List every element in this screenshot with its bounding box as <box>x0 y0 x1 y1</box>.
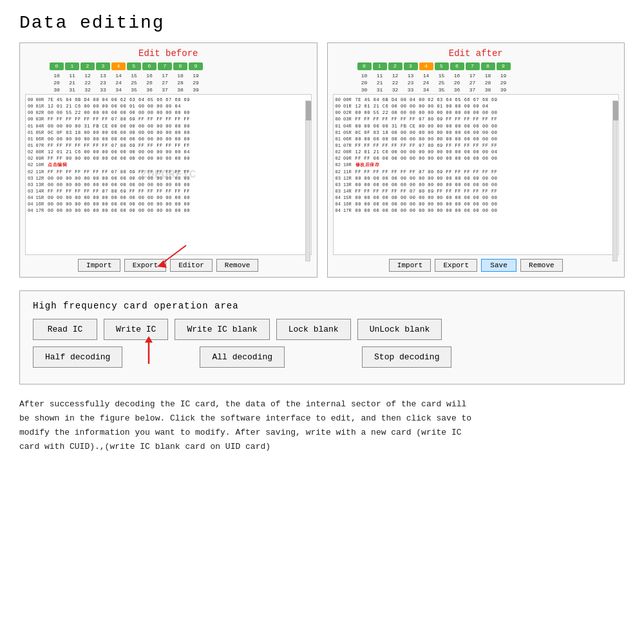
panel-left-label: Edit before <box>25 48 312 59</box>
panel-right-label: Edit after <box>333 48 620 59</box>
col-9: 9 <box>189 62 203 70</box>
col-8: 8 <box>173 62 187 70</box>
read-ic-button[interactable]: Read IC <box>33 319 97 340</box>
hex-row2-right: 202122 232425 26272829 <box>333 80 620 86</box>
description-text: After successfully decoding the IC card,… <box>19 397 625 454</box>
col-0: 0 <box>50 62 64 70</box>
all-decoding-button[interactable]: All decoding <box>200 346 285 368</box>
hex-header-right: 0 1 2 3 4 5 6 7 8 9 <box>333 62 620 70</box>
rcol-2: 2 <box>388 62 402 70</box>
lock-blank-button[interactable]: Lock blank <box>276 319 351 340</box>
half-decoding-button[interactable]: Half decoding <box>33 346 122 368</box>
col-5: 5 <box>127 62 141 70</box>
panel-right-buttons: Import Export Save Remove <box>333 259 620 272</box>
main-title: Data editing <box>19 13 625 33</box>
unlock-blank-button[interactable]: UnLock blank <box>357 319 442 340</box>
hex-row3-left: 303132 333435 36373839 <box>25 87 312 93</box>
stop-decoding-button[interactable]: Stop decoding <box>362 346 451 368</box>
hex-data-left: ZDEORFIC 00 00R7E 45 84 6B D4 08 04 00 6… <box>25 94 312 255</box>
remove-button-left[interactable]: Remove <box>216 259 259 272</box>
col-1: 1 <box>65 62 79 70</box>
hex-row2-left: 202122 232425 26272829 <box>25 80 312 86</box>
hex-row1-left: 101112 131415 16171819 <box>25 73 312 79</box>
watermark-left: ZDEORFIC <box>140 166 196 183</box>
write-ic-button[interactable]: Write IC <box>104 319 168 340</box>
col-7: 7 <box>158 62 172 70</box>
panel-left-buttons: Import Export Editor Remove <box>25 259 312 272</box>
hex-data-wrapper-left: ZDEORFIC 00 00R7E 45 84 6B D4 08 04 00 6… <box>25 94 312 255</box>
remove-button-right[interactable]: Remove <box>520 259 563 272</box>
rcol-0: 0 <box>357 62 372 70</box>
hex-header-left: 0 1 2 3 4 5 6 7 8 9 <box>25 62 312 70</box>
rcol-7: 7 <box>466 62 480 70</box>
rcol-6: 6 <box>450 62 464 70</box>
col-3: 3 <box>96 62 110 70</box>
write-ic-blank-button[interactable]: Write IC blank <box>175 319 269 340</box>
save-button-right[interactable]: Save <box>481 259 516 272</box>
rcol-8: 8 <box>481 62 495 70</box>
panel-right: Edit after 0 1 2 3 4 5 6 7 8 9 101112 13… <box>327 43 625 278</box>
rcol-4: 4 <box>419 62 433 70</box>
scrollbar-right[interactable] <box>612 100 618 261</box>
hex-data-wrapper-right: 00 00R7E 45 84 6B D4 08 04 00 62 63 64 6… <box>333 94 620 255</box>
export-button-right[interactable]: Export <box>435 259 477 272</box>
import-button-right[interactable]: Import <box>389 259 431 272</box>
panel-left: Edit before 0 1 2 3 4 5 6 7 8 9 101112 1… <box>19 43 317 278</box>
hex-data-right: 00 00R7E 45 84 6B D4 08 04 00 62 63 64 6… <box>333 94 620 255</box>
operation-title: High frequency card operation area <box>33 301 611 311</box>
scrollbar-left[interactable] <box>305 100 310 261</box>
hex-row1-right: 101112 131415 16171819 <box>333 73 620 79</box>
col-2: 2 <box>80 62 95 70</box>
hex-row3-right: 303132 333435 36373839 <box>333 87 620 93</box>
op-row2: Half decoding All decoding Stop decoding <box>33 346 611 368</box>
panels-row: Edit before 0 1 2 3 4 5 6 7 8 9 101112 1… <box>19 43 625 278</box>
editor-button-left[interactable]: Editor <box>170 259 213 272</box>
op-row1-wrapper: Read IC Write IC Write IC blank Lock bla… <box>33 319 611 340</box>
rcol-1: 1 <box>373 62 387 70</box>
import-button-left[interactable]: Import <box>78 259 120 272</box>
operation-area: High frequency card operation area Read … <box>19 290 625 384</box>
export-button-left[interactable]: Export <box>124 259 167 272</box>
rcol-5: 5 <box>435 62 449 70</box>
col-4: 4 <box>111 62 126 70</box>
rcol-3: 3 <box>404 62 418 70</box>
rcol-9: 9 <box>497 62 511 70</box>
op-row1: Read IC Write IC Write IC blank Lock bla… <box>33 319 611 340</box>
col-6: 6 <box>142 62 156 70</box>
page-container: Data editing Edit before 0 1 2 3 4 5 6 7… <box>0 0 644 644</box>
